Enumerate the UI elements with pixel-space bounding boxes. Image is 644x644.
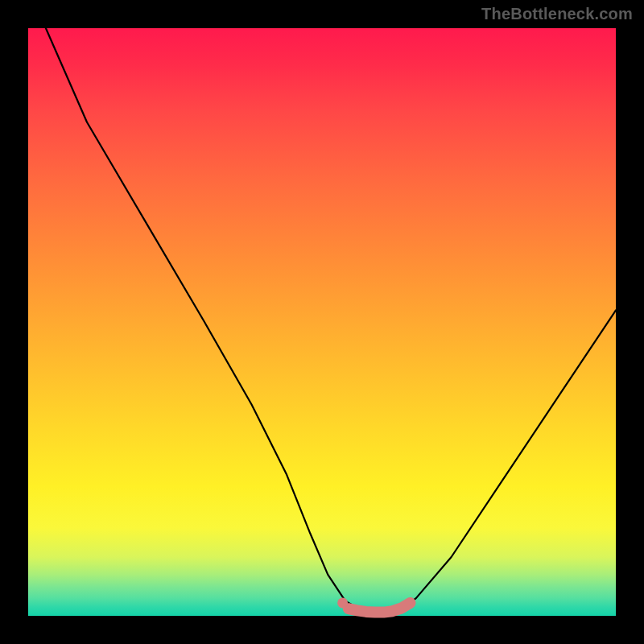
svg-point-0 — [337, 597, 348, 608]
highlight-markers — [349, 603, 411, 613]
chart-svg — [28, 28, 616, 616]
watermark-text: TheBottleneck.com — [481, 5, 633, 23]
curve-line — [46, 28, 616, 613]
chart-frame: TheBottleneck.com — [0, 0, 644, 644]
plot-area — [28, 28, 616, 616]
single-marker — [337, 597, 348, 608]
